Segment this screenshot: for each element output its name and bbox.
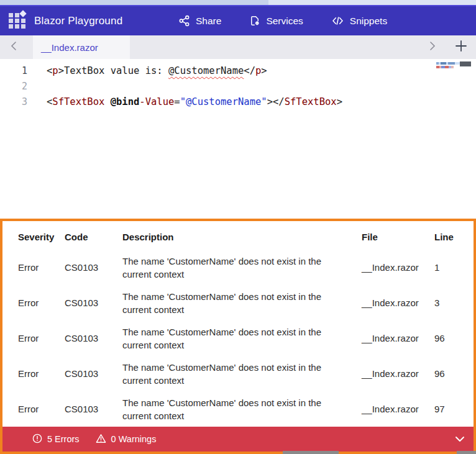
window-top-strip-light bbox=[268, 0, 476, 5]
description-cell: The name 'CustomerName' does not exist i… bbox=[122, 396, 351, 422]
collapse-panel-button[interactable] bbox=[455, 427, 465, 452]
share-button[interactable]: Share bbox=[178, 15, 221, 27]
severity-cell: Error bbox=[18, 262, 65, 273]
add-tab-button[interactable] bbox=[455, 35, 467, 59]
line-cell: 96 bbox=[434, 333, 474, 343]
code-cell: CS0103 bbox=[65, 333, 122, 343]
severity-cell: Error bbox=[18, 297, 65, 308]
column-description: Description bbox=[122, 232, 362, 242]
error-row[interactable]: Error CS0103 The name 'CustomerName' doe… bbox=[2, 285, 474, 320]
tab-bar: __Index.razor bbox=[0, 35, 476, 59]
tab-scroll-left-button[interactable] bbox=[10, 35, 17, 59]
navbar: Blazor Playground Share Services bbox=[0, 5, 476, 35]
code-cell: CS0103 bbox=[65, 368, 122, 379]
scrollbar-thumb[interactable] bbox=[460, 61, 471, 66]
navbar-menu: Share Services Snippets bbox=[178, 6, 387, 35]
line-cell: 96 bbox=[434, 368, 474, 379]
status-bar: 5 Errors 0 Warnings bbox=[2, 427, 474, 452]
description-cell: The name 'CustomerName' does not exist i… bbox=[122, 325, 351, 352]
error-table-header: Severity Code Description File Line bbox=[2, 224, 474, 250]
error-row[interactable]: Error CS0103 The name 'CustomerName' doe… bbox=[2, 391, 474, 427]
minimap-error-mark bbox=[436, 66, 457, 68]
file-cell: __Index.razor bbox=[362, 297, 434, 308]
horizontal-scrollbar-piece[interactable] bbox=[457, 451, 476, 454]
error-circle-icon bbox=[32, 434, 42, 445]
file-cell: __Index.razor bbox=[362, 333, 434, 343]
error-row[interactable]: Error CS0103 The name 'CustomerName' doe… bbox=[2, 356, 474, 391]
share-label: Share bbox=[196, 16, 221, 27]
severity-cell: Error bbox=[18, 404, 65, 414]
description-cell: The name 'CustomerName' does not exist i… bbox=[122, 255, 351, 281]
column-file: File bbox=[362, 232, 434, 242]
warning-triangle-icon bbox=[96, 434, 106, 445]
error-row[interactable]: Error CS0103 The name 'CustomerName' doe… bbox=[2, 250, 474, 285]
column-severity: Severity bbox=[18, 232, 65, 242]
column-code: Code bbox=[65, 232, 122, 242]
services-button[interactable]: Services bbox=[249, 15, 303, 27]
description-cell: The name 'CustomerName' does not exist i… bbox=[122, 361, 351, 387]
line-number: 2 bbox=[0, 79, 27, 94]
line-number: 3 bbox=[0, 94, 27, 110]
chevron-down-icon bbox=[455, 434, 465, 444]
line-cell: 3 bbox=[434, 297, 474, 308]
file-cell: __Index.razor bbox=[362, 368, 434, 379]
minimap-line-mark bbox=[436, 62, 461, 65]
code-cell: CS0103 bbox=[65, 262, 122, 273]
snippets-label: Snippets bbox=[350, 16, 387, 27]
code-cell: CS0103 bbox=[65, 404, 122, 414]
file-cell: __Index.razor bbox=[362, 262, 434, 273]
file-gear-icon bbox=[249, 15, 260, 27]
tab-label: __Index.razor bbox=[41, 42, 98, 53]
code-editor[interactable]: 123 <p>TextBox value is: @CustomerName</… bbox=[0, 59, 476, 219]
line-cell: 97 bbox=[434, 404, 474, 414]
warnings-count-label: 0 Warnings bbox=[111, 434, 157, 444]
app-title: Blazor Playground bbox=[34, 15, 122, 27]
line-number: 1 bbox=[0, 63, 27, 79]
error-table-body: Error CS0103 The name 'CustomerName' doe… bbox=[2, 250, 474, 427]
line-cell: 1 bbox=[434, 262, 474, 273]
plus-icon bbox=[455, 40, 467, 55]
blazor-playground-logo-icon bbox=[9, 12, 26, 29]
errors-count-label: 5 Errors bbox=[47, 434, 80, 444]
code-cell: CS0103 bbox=[65, 297, 122, 308]
services-label: Services bbox=[266, 16, 303, 27]
share-nodes-icon bbox=[178, 15, 190, 27]
errors-toggle[interactable]: 5 Errors bbox=[32, 434, 80, 445]
tab-scroll-right-button[interactable] bbox=[429, 35, 436, 59]
chevron-right-icon bbox=[429, 41, 436, 53]
error-row[interactable]: Error CS0103 The name 'CustomerName' doe… bbox=[2, 320, 474, 356]
column-line: Line bbox=[434, 232, 474, 242]
severity-cell: Error bbox=[18, 368, 65, 379]
chevron-left-icon bbox=[10, 41, 17, 53]
file-cell: __Index.razor bbox=[362, 404, 434, 414]
line-number-gutter: 123 bbox=[0, 63, 27, 110]
code-icon bbox=[331, 15, 344, 27]
code-lines[interactable]: <p>TextBox value is: @CustomerName</p> <… bbox=[47, 63, 433, 110]
tab-index-razor[interactable]: __Index.razor bbox=[33, 35, 130, 59]
diagnostics-panel: Severity Code Description File Line Erro… bbox=[0, 219, 476, 454]
snippets-button[interactable]: Snippets bbox=[331, 15, 387, 27]
window-top-strip bbox=[0, 0, 476, 5]
error-table: Severity Code Description File Line Erro… bbox=[2, 221, 474, 427]
description-cell: The name 'CustomerName' does not exist i… bbox=[122, 290, 351, 316]
severity-cell: Error bbox=[18, 333, 65, 343]
warnings-toggle[interactable]: 0 Warnings bbox=[96, 434, 157, 445]
horizontal-scrollbar-piece[interactable] bbox=[283, 451, 339, 454]
minimap[interactable] bbox=[436, 62, 461, 68]
